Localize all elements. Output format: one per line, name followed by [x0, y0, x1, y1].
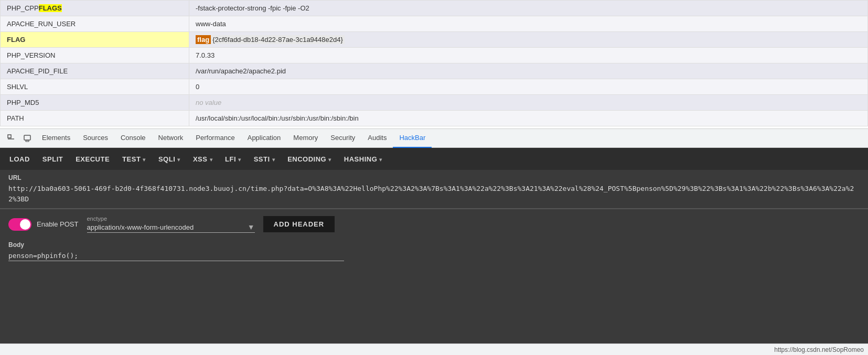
url-value[interactable]: http://1ba0a603-5061-469f-b2d0-4f368f410… [8, 184, 860, 204]
tab-performance[interactable]: Performance [189, 128, 241, 148]
toolbar-btn-hashing[interactable]: HASHING ▾ [339, 152, 388, 166]
tab-audits[interactable]: Audits [361, 128, 393, 148]
toolbar-btn-test[interactable]: TEST ▾ [117, 152, 151, 166]
toolbar-btn-split[interactable]: SPLIT [37, 152, 68, 166]
toolbar-btn-execute[interactable]: EXECUTE [70, 152, 115, 166]
body-input[interactable] [8, 251, 344, 261]
tab-sources[interactable]: Sources [77, 128, 114, 148]
enctype-label: enctype [87, 216, 255, 222]
toolbar-btn-encoding[interactable]: ENCODING ▾ [282, 152, 337, 166]
env-table: PHP_CPPFLAGS-fstack-protector-strong -fp… [0, 0, 868, 126]
hackbar-toolbar: LOADSPLITEXECUTETEST ▾SQLI ▾XSS ▾LFI ▾SS… [0, 148, 868, 170]
chevron-down-icon: ▼ [248, 223, 255, 231]
tabs-container: ElementsSourcesConsoleNetworkPerformance… [36, 128, 432, 148]
table-area: PHP_CPPFLAGS-fstack-protector-strong -fp… [0, 0, 868, 128]
tab-hackbar[interactable]: HackBar [393, 128, 432, 148]
toggle-thumb [20, 219, 30, 230]
enctype-select[interactable]: application/x-www-form-urlencodedmultipa… [87, 223, 248, 231]
body-label: Body [8, 241, 860, 249]
toggle-wrapper: Enable POST [8, 218, 79, 231]
url-label: URL [8, 174, 860, 181]
hackbar-panel: URL http://1ba0a603-5061-469f-b2d0-4f368… [0, 170, 868, 355]
toolbar-btn-lfi[interactable]: LFI ▾ [220, 152, 247, 166]
enable-post-label: Enable POST [37, 220, 79, 228]
svg-rect-3 [26, 141, 29, 142]
toolbar-btn-xss[interactable]: XSS ▾ [188, 152, 218, 166]
status-url: https://blog.csdn.net/SopRomeo [774, 346, 864, 353]
devtools-container: ElementsSourcesConsoleNetworkPerformance… [0, 128, 868, 355]
devtools-tabs-bar: ElementsSourcesConsoleNetworkPerformance… [0, 128, 868, 148]
tab-security[interactable]: Security [324, 128, 361, 148]
device-icon-btn[interactable] [20, 131, 35, 146]
add-header-button[interactable]: ADD HEADER [263, 216, 335, 232]
post-section: Enable POST enctype application/x-www-fo… [0, 209, 868, 239]
inspect-icon-btn[interactable] [4, 131, 19, 146]
toolbar-btn-load[interactable]: LOAD [4, 152, 35, 166]
tab-elements[interactable]: Elements [36, 128, 77, 148]
tab-console[interactable]: Console [114, 128, 152, 148]
tab-network[interactable]: Network [152, 128, 190, 148]
toolbar-btn-sqli[interactable]: SQLI ▾ [153, 152, 186, 166]
tab-application[interactable]: Application [241, 128, 287, 148]
enable-post-toggle[interactable] [8, 218, 31, 231]
enctype-section: enctype application/x-www-form-urlencode… [87, 216, 255, 233]
toggle-track [8, 218, 31, 231]
svg-rect-2 [24, 135, 30, 140]
tab-memory[interactable]: Memory [287, 128, 324, 148]
svg-rect-0 [8, 135, 11, 138]
status-bar: https://blog.csdn.net/SopRomeo [0, 343, 868, 355]
body-section: Body [0, 239, 868, 265]
enctype-select-wrapper: application/x-www-form-urlencodedmultipa… [87, 223, 255, 233]
toolbar-btn-ssti[interactable]: SSTI ▾ [249, 152, 281, 166]
url-section: URL http://1ba0a603-5061-469f-b2d0-4f368… [0, 170, 868, 209]
